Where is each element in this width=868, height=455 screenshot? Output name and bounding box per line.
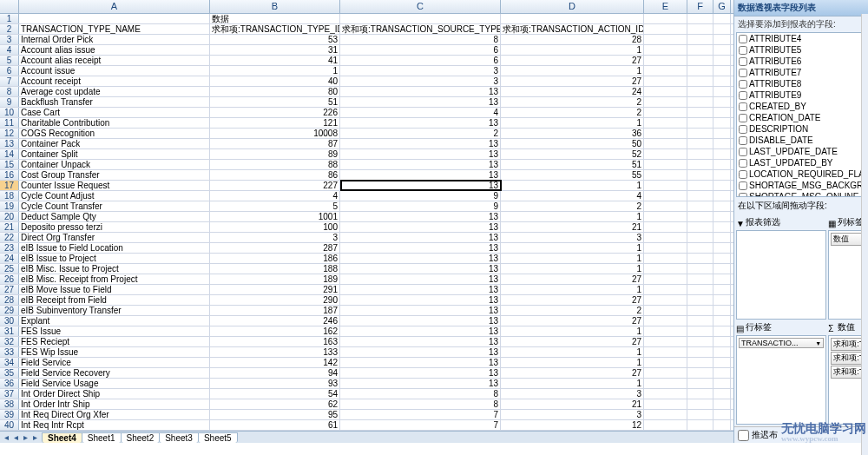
field-checkbox[interactable] (739, 159, 747, 168)
cell[interactable]: Charitable Contribution (19, 118, 210, 128)
cell[interactable]: 121 (210, 118, 340, 128)
cell[interactable] (713, 191, 731, 201)
cell[interactable] (687, 358, 713, 367)
cell[interactable]: eIB Subinventory Transfer (19, 306, 210, 315)
cell[interactable] (687, 160, 713, 169)
cell[interactable] (687, 212, 713, 221)
cell[interactable]: Int Req Direct Org Xfer (19, 410, 210, 419)
field-item[interactable]: DISABLE_DATE (737, 135, 868, 146)
cell[interactable] (644, 35, 687, 44)
field-item[interactable]: CREATION_DATE (737, 112, 868, 123)
cell[interactable] (687, 149, 713, 159)
cell[interactable]: 51 (501, 160, 644, 169)
cell[interactable]: 1 (501, 181, 644, 190)
cell[interactable]: 13 (340, 306, 501, 315)
cell[interactable]: Field Service (19, 358, 210, 367)
field-checkbox[interactable] (739, 91, 747, 100)
row-header[interactable]: 4 (0, 45, 19, 55)
cell[interactable] (19, 14, 210, 23)
cell[interactable] (644, 410, 687, 419)
cell[interactable]: 1 (501, 45, 644, 55)
cell[interactable] (644, 420, 687, 430)
cell[interactable]: 1001 (210, 212, 340, 221)
tab-next-icon[interactable]: ▸ (21, 432, 30, 442)
cell[interactable]: 290 (210, 295, 340, 305)
cell[interactable]: 51 (210, 97, 340, 107)
cell[interactable]: Case Cart (19, 108, 210, 117)
cell[interactable]: Container Pack (19, 139, 210, 148)
cell[interactable]: 1 (501, 212, 644, 221)
cell[interactable]: 13 (340, 337, 501, 346)
cell[interactable]: 24 (501, 87, 644, 96)
cell[interactable] (687, 337, 713, 346)
col-header-D[interactable]: D (501, 0, 644, 13)
cell[interactable]: 1 (501, 326, 644, 336)
field-item[interactable]: ATTRIBUTE8 (737, 78, 868, 89)
cell[interactable]: 13 (340, 358, 501, 367)
cell[interactable]: Counter Issue Request (19, 181, 210, 190)
cell[interactable]: 13 (340, 368, 501, 378)
cell[interactable] (713, 129, 731, 138)
cell[interactable]: 3 (210, 233, 340, 242)
row-header[interactable]: 31 (0, 326, 19, 336)
cell[interactable] (687, 368, 713, 378)
cell[interactable] (713, 222, 731, 232)
cell[interactable] (713, 347, 731, 357)
cell[interactable] (687, 420, 713, 430)
cell[interactable]: 2 (501, 97, 644, 107)
field-item[interactable]: ATTRIBUTE9 (737, 89, 868, 101)
row-header[interactable]: 12 (0, 129, 19, 138)
cell[interactable]: 1 (501, 285, 644, 294)
col-header-A[interactable]: A (19, 0, 210, 13)
cell[interactable]: FES Reciept (19, 337, 210, 346)
tab-last-icon[interactable]: ▸ (30, 432, 40, 442)
cell[interactable]: 4 (210, 191, 340, 201)
cell[interactable] (687, 233, 713, 242)
cell[interactable] (687, 316, 713, 326)
area-field-pill[interactable]: TRANSACTIO...▼ (739, 338, 824, 348)
field-checkbox[interactable] (739, 57, 747, 66)
cell[interactable] (713, 274, 731, 284)
row-header[interactable]: 30 (0, 316, 19, 326)
cell[interactable] (713, 45, 731, 55)
cell[interactable] (713, 139, 731, 148)
cell[interactable] (687, 274, 713, 284)
cell[interactable] (687, 181, 713, 190)
row-header[interactable]: 37 (0, 389, 19, 399)
spreadsheet[interactable]: A B C D E F G 1数据2TRANSACTION_TYPE_NAME求… (0, 0, 733, 443)
row-header[interactable]: 25 (0, 264, 19, 274)
cell[interactable] (644, 76, 687, 86)
cell[interactable] (687, 118, 713, 128)
cell[interactable]: 100 (210, 222, 340, 232)
cell[interactable]: 3 (501, 410, 644, 419)
cell[interactable] (713, 108, 731, 117)
row-header[interactable]: 26 (0, 274, 19, 284)
cell[interactable]: 4 (340, 108, 501, 117)
field-item[interactable]: SHORTAGE_MSG_BACKGROUND_FLAG (737, 180, 868, 191)
cell[interactable] (713, 316, 731, 326)
cell[interactable]: 5 (210, 201, 340, 211)
cell[interactable]: 187 (210, 306, 340, 315)
col-header-E[interactable]: E (644, 0, 687, 13)
cell[interactable]: COGS Recognition (19, 129, 210, 138)
cell[interactable]: 7 (340, 420, 501, 430)
row-header[interactable]: 18 (0, 191, 19, 201)
cell[interactable] (713, 66, 731, 76)
cell[interactable]: 1 (501, 358, 644, 367)
cell[interactable] (644, 66, 687, 76)
row-header[interactable]: 1 (0, 14, 19, 23)
cell[interactable] (713, 35, 731, 44)
row-header[interactable]: 15 (0, 160, 19, 169)
cell[interactable]: 13 (340, 347, 501, 357)
cell[interactable] (687, 285, 713, 294)
cell[interactable]: Container Split (19, 149, 210, 159)
cell[interactable]: Account receipt (19, 76, 210, 86)
cell[interactable] (713, 389, 731, 399)
field-checkbox[interactable] (739, 181, 747, 190)
cell[interactable] (713, 56, 731, 65)
cell[interactable]: eIB Misc. Receipt from Project (19, 274, 210, 284)
cell[interactable]: 1 (501, 243, 644, 253)
cell[interactable]: 53 (210, 35, 340, 44)
cell[interactable]: 6 (340, 45, 501, 55)
cell[interactable] (644, 45, 687, 55)
